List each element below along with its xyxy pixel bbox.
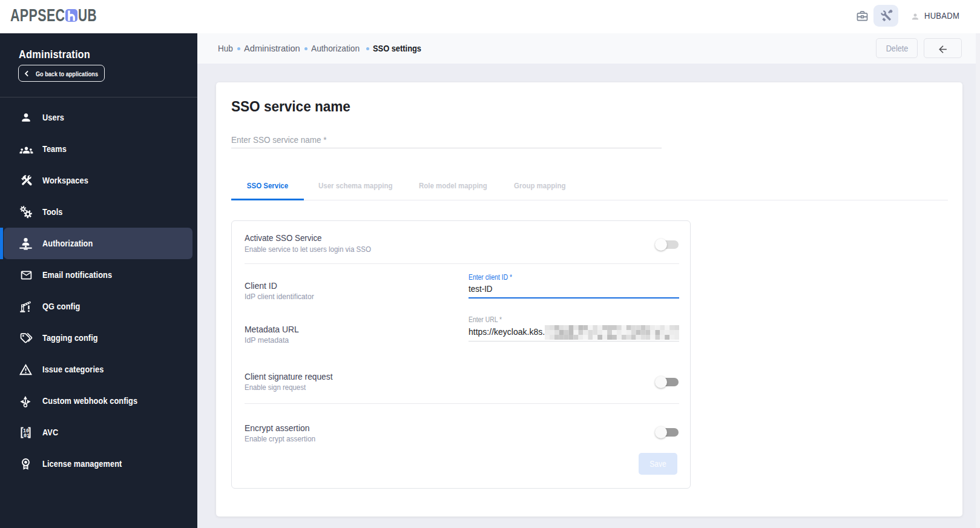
svg-text:01: 01 xyxy=(24,433,30,438)
